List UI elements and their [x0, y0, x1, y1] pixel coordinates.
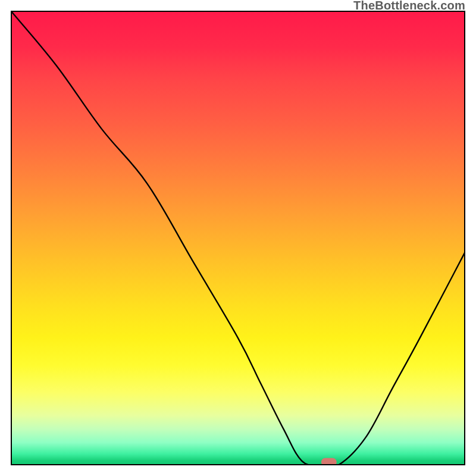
curve-path: [11, 11, 465, 465]
chart-container: TheBottleneck.com: [0, 0, 476, 476]
marker-dot: [321, 458, 337, 465]
chart-curve-layer: [11, 11, 465, 465]
